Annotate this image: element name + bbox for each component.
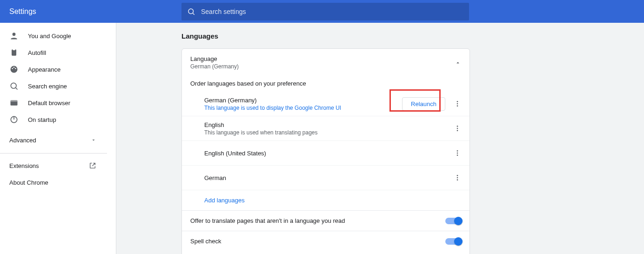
clipboard-icon	[9, 48, 28, 57]
relaunch-button[interactable]: Relaunch	[402, 97, 445, 111]
svg-point-15	[457, 101, 458, 102]
browser-icon	[9, 98, 28, 107]
svg-point-26	[457, 179, 458, 180]
search-box[interactable]	[181, 3, 469, 20]
svg-point-17	[457, 105, 458, 107]
chevron-up-icon[interactable]	[455, 60, 461, 66]
svg-line-10	[16, 88, 18, 90]
language-name: English	[204, 121, 318, 128]
sidebar-item-default-browser[interactable]: Default browser	[0, 94, 116, 111]
search-icon	[9, 81, 28, 91]
language-header[interactable]: Language German (Germany)	[182, 49, 470, 73]
languages-card: Language German (Germany) Order language…	[181, 48, 470, 254]
language-current: German (Germany)	[190, 63, 239, 70]
sidebar-item-label: About Chrome	[9, 179, 48, 186]
language-row-english: English This language is used when trans…	[182, 116, 470, 141]
translate-offer-label: Offer to translate pages that aren't in …	[190, 217, 345, 224]
language-desc: This language is used to display the Goo…	[204, 105, 341, 111]
search-icon	[187, 7, 195, 16]
more-actions-button[interactable]	[450, 121, 465, 136]
svg-point-23	[457, 154, 458, 156]
language-desc: This language is used when translating p…	[204, 129, 318, 136]
sidebar-item-label: Autofill	[28, 49, 46, 56]
sidebar-item-label: Appearance	[28, 66, 60, 73]
svg-point-6	[12, 68, 13, 69]
more-actions-button[interactable]	[450, 96, 465, 111]
language-title: Language	[190, 55, 239, 62]
translate-offer-row: Offer to translate pages that aren't in …	[182, 211, 470, 231]
svg-point-7	[13, 67, 15, 68]
language-name: English (United States)	[204, 150, 266, 157]
sidebar-item-label: Search engine	[28, 83, 67, 90]
sidebar-item-on-startup[interactable]: On startup	[0, 111, 116, 128]
sidebar-item-you-google[interactable]: You and Google	[0, 27, 116, 44]
svg-point-18	[457, 126, 458, 127]
language-row-german: German	[182, 166, 470, 190]
translate-toggle[interactable]	[445, 218, 461, 224]
svg-point-22	[457, 153, 458, 154]
svg-point-8	[15, 68, 16, 69]
more-actions-button[interactable]	[450, 170, 465, 185]
language-name: German (Germany)	[204, 97, 341, 104]
palette-icon	[9, 65, 28, 74]
header: Settings	[0, 0, 644, 23]
chevron-down-icon	[91, 137, 96, 143]
sidebar-item-label: Default browser	[28, 100, 70, 107]
language-row-english-us: English (United States)	[182, 141, 470, 166]
power-icon	[9, 115, 28, 124]
svg-point-20	[457, 130, 458, 131]
language-name: German	[204, 174, 226, 181]
spell-check-toggle[interactable]	[445, 238, 461, 245]
person-icon	[9, 31, 28, 40]
sidebar-item-advanced[interactable]: Advanced	[0, 131, 116, 149]
sidebar-item-appearance[interactable]: Appearance	[0, 61, 116, 78]
svg-rect-4	[13, 49, 15, 50]
svg-line-1	[193, 13, 194, 14]
svg-point-25	[457, 177, 458, 179]
sidebar-item-extensions[interactable]: Extensions	[0, 157, 116, 174]
svg-point-9	[11, 83, 16, 88]
sidebar: You and Google Autofill Appearance Searc…	[0, 23, 116, 254]
sidebar-item-label: Extensions	[9, 162, 39, 169]
sidebar-item-label: You and Google	[28, 33, 71, 40]
svg-point-21	[457, 150, 458, 152]
search-input[interactable]	[201, 8, 463, 15]
add-languages-link[interactable]: Add languages	[182, 190, 470, 210]
page-title: Settings	[9, 7, 181, 16]
sidebar-item-about[interactable]: About Chrome	[0, 174, 116, 191]
spell-check-label: Spell check	[190, 238, 221, 245]
svg-point-24	[457, 175, 458, 176]
order-hint: Order languages based on your preference	[182, 73, 470, 92]
spell-check-row: Spell check	[182, 231, 470, 251]
sidebar-item-label: On startup	[28, 116, 56, 123]
section-title: Languages	[181, 32, 644, 40]
main-content: Languages Language German (Germany) Orde…	[116, 23, 644, 254]
more-actions-button[interactable]	[450, 146, 465, 160]
sidebar-item-search-engine[interactable]: Search engine	[0, 78, 116, 94]
external-link-icon	[89, 162, 96, 169]
sidebar-item-autofill[interactable]: Autofill	[0, 44, 116, 61]
sidebar-item-label: Advanced	[9, 137, 36, 144]
svg-point-16	[457, 103, 458, 105]
svg-rect-3	[12, 49, 16, 55]
svg-point-2	[13, 33, 16, 36]
svg-point-0	[188, 9, 194, 14]
svg-rect-12	[11, 100, 18, 101]
basic-spell-check-option[interactable]: Basic spell check	[182, 251, 470, 254]
svg-point-19	[457, 128, 458, 129]
language-row-german-germany: German (Germany) This language is used t…	[182, 92, 470, 116]
divider	[0, 153, 107, 154]
